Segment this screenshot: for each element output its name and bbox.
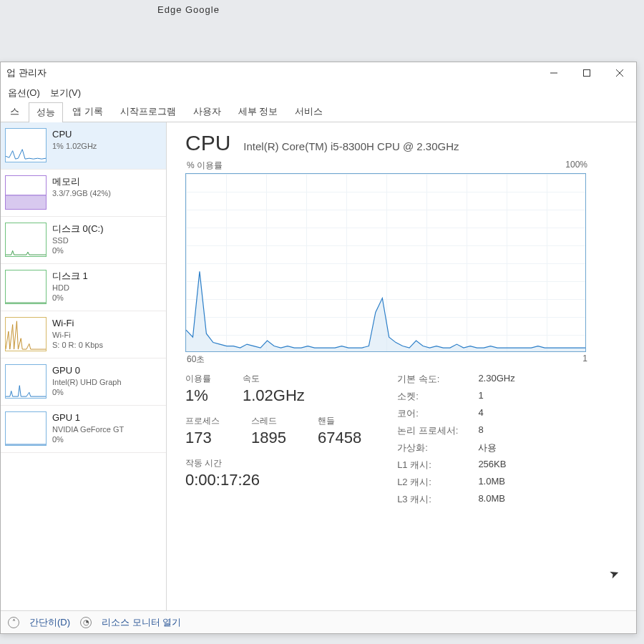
base-value: 2.30GHz — [478, 373, 514, 386]
l2-label: L2 캐시: — [397, 476, 458, 489]
sidebar-sub-wifi: Wi-Fi — [52, 330, 103, 341]
minimize-icon — [550, 69, 557, 77]
tab-users[interactable]: 사용자 — [185, 102, 229, 122]
titlebar: 업 관리자 — [1, 62, 636, 84]
handle-value: 67458 — [318, 429, 361, 447]
sidebar-sub2-gpu1: 0% — [52, 434, 124, 445]
sidebar-sub2-disk1: 0% — [52, 293, 88, 303]
sidebar-label-disk0: 디스크 0(C:) — [52, 223, 104, 235]
disk1-thumb-icon — [5, 270, 47, 304]
base-label: 기본 속도: — [397, 373, 458, 386]
meter-icon: ◔ — [80, 617, 92, 628]
gpu1-thumb-icon — [5, 411, 47, 446]
sidebar-label-wifi: Wi-Fi — [52, 317, 103, 330]
sidebar-sub-gpu1: NVIDIA GeForce GT — [52, 424, 124, 435]
main-panel: CPU Intel(R) Core(TM) i5-8300H CPU @ 2.3… — [167, 122, 636, 610]
cpu-utilization-chart — [185, 173, 586, 352]
tab-apphistory[interactable]: 앱 기록 — [64, 102, 111, 122]
l3-label: L3 캐시: — [397, 493, 458, 506]
cpu-thumb-icon — [5, 128, 47, 162]
task-manager-window: 업 관리자 옵션(O) 보기(V) 스 성능 앱 기록 시작프로그램 사용자 세… — [0, 62, 637, 634]
performance-sidebar[interactable]: CPU 1% 1.02GHz 메모리 3.3/7.9GB (42%) 디스크 0… — [1, 122, 167, 610]
tab-services[interactable]: 서비스 — [287, 102, 331, 122]
chart-top-left-label: % 이용률 — [187, 160, 223, 172]
tab-startup[interactable]: 시작프로그램 — [112, 102, 184, 122]
fewer-details-link[interactable]: 간단히(D) — [29, 616, 70, 629]
svg-rect-1 — [584, 70, 590, 77]
sidebar-item-memory[interactable]: 메모리 3.3/7.9GB (42%) — [1, 170, 166, 217]
chart-bottom-right-label: 1 — [582, 353, 587, 366]
sidebar-label-cpu: CPU — [52, 128, 97, 141]
proc-value: 173 — [185, 429, 220, 447]
l1-label: L1 캐시: — [397, 459, 458, 472]
chart-bottom-left-label: 60초 — [187, 353, 205, 366]
panel-subtitle: Intel(R) Core(TM) i5-8300H CPU @ 2.30GHz — [243, 140, 459, 152]
cpu-spec-table: 기본 속도: 2.30GHz 소켓: 1 코어: 4 논리 프로세서: 8 가상… — [397, 373, 515, 506]
tabbar: 스 성능 앱 기록 시작프로그램 사용자 세부 정보 서비스 — [1, 102, 636, 122]
maximize-button[interactable] — [570, 62, 603, 84]
thread-value: 1895 — [251, 429, 286, 447]
sockets-value: 1 — [478, 390, 514, 403]
sidebar-sub-disk1: HDD — [52, 283, 88, 293]
svg-rect-4 — [6, 195, 46, 209]
menu-view[interactable]: 보기(V) — [46, 84, 85, 102]
logical-label: 논리 프로세서: — [397, 424, 458, 437]
desktop-background-text: Edge Google — [157, 4, 220, 15]
chevron-up-icon[interactable]: ˄ — [8, 617, 19, 628]
sidebar-sub2-disk0: 0% — [52, 245, 104, 256]
util-label: 이용률 — [185, 373, 211, 385]
close-icon — [616, 69, 623, 77]
sockets-label: 소켓: — [397, 390, 458, 403]
close-button[interactable] — [603, 62, 636, 84]
tab-processes[interactable]: 스 — [2, 102, 27, 122]
util-value: 1% — [185, 386, 211, 405]
uptime-value: 0:00:17:26 — [185, 471, 361, 489]
disk0-thumb-icon — [5, 223, 47, 257]
sidebar-sub-gpu0: Intel(R) UHD Graph — [52, 377, 122, 388]
menubar: 옵션(O) 보기(V) — [1, 84, 636, 102]
sidebar-label-gpu0: GPU 0 — [52, 364, 122, 377]
sidebar-label-gpu1: GPU 1 — [52, 411, 124, 424]
l1-value: 256KB — [478, 459, 514, 472]
gpu0-thumb-icon — [5, 364, 47, 399]
sidebar-sub-disk0: SSD — [52, 235, 104, 246]
tab-performance[interactable]: 성능 — [29, 102, 63, 122]
sidebar-sub2-wifi: S: 0 R: 0 Kbps — [52, 340, 103, 351]
wifi-thumb-icon — [5, 317, 47, 351]
mouse-cursor-icon: ➤ — [608, 565, 621, 581]
sidebar-sub2-gpu0: 0% — [52, 387, 122, 398]
sidebar-item-disk1[interactable]: 디스크 1 HDD 0% — [1, 264, 166, 311]
sidebar-item-gpu0[interactable]: GPU 0 Intel(R) UHD Graph 0% — [1, 358, 166, 406]
virt-label: 가상화: — [397, 441, 458, 454]
window-controls — [537, 62, 636, 84]
sidebar-item-disk0[interactable]: 디스크 0(C:) SSD 0% — [1, 217, 166, 264]
proc-label: 프로세스 — [185, 415, 220, 427]
uptime-label: 작동 시간 — [185, 457, 361, 469]
resource-monitor-link[interactable]: 리소스 모니터 열기 — [102, 616, 181, 629]
cores-label: 코어: — [397, 407, 458, 420]
handle-label: 핸들 — [318, 415, 361, 427]
tab-details[interactable]: 세부 정보 — [230, 102, 286, 122]
virt-value: 사용 — [478, 441, 514, 454]
sidebar-item-gpu1[interactable]: GPU 1 NVIDIA GeForce GT 0% — [1, 406, 166, 453]
sidebar-sub-memory: 3.3/7.9GB (42%) — [52, 188, 111, 199]
panel-title: CPU — [185, 131, 230, 155]
sidebar-sub-cpu: 1% 1.02GHz — [52, 141, 97, 152]
cpu-stats: 이용률 1% 속도 1.02GHz 프로세스 173 — [185, 373, 616, 506]
content-area: CPU 1% 1.02GHz 메모리 3.3/7.9GB (42%) 디스크 0… — [1, 122, 636, 610]
chart-top-right-label: 100% — [565, 160, 587, 172]
menu-options[interactable]: 옵션(O) — [4, 84, 44, 102]
footer-bar: ˄ 간단히(D) ◔ 리소스 모니터 열기 — [1, 610, 636, 633]
cores-value: 4 — [478, 407, 514, 420]
sidebar-item-cpu[interactable]: CPU 1% 1.02GHz — [1, 122, 166, 170]
memory-thumb-icon — [5, 175, 47, 210]
logical-value: 8 — [478, 424, 514, 437]
svg-marker-8 — [186, 271, 585, 351]
window-title: 업 관리자 — [6, 67, 47, 79]
l2-value: 1.0MB — [478, 476, 514, 489]
l3-value: 8.0MB — [478, 493, 514, 506]
sidebar-item-wifi[interactable]: Wi-Fi Wi-Fi S: 0 R: 0 Kbps — [1, 311, 166, 358]
minimize-button[interactable] — [537, 62, 570, 84]
maximize-icon — [583, 69, 590, 77]
thread-label: 스레드 — [251, 415, 286, 427]
